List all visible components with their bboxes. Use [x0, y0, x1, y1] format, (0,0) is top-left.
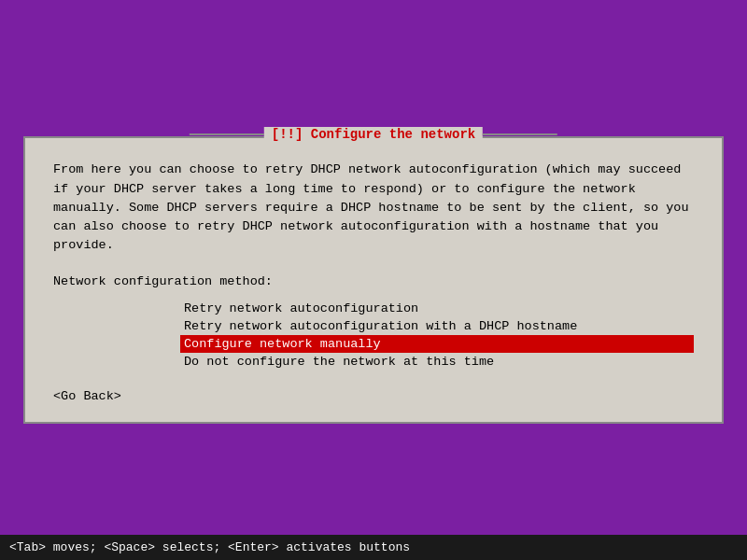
option-item-1[interactable]: Retry network autoconfiguration with a D… [184, 317, 694, 335]
title-line-right [483, 133, 557, 135]
description-text: From here you can choose to retry DHCP n… [53, 161, 694, 255]
go-back-button[interactable]: <Go Back> [53, 389, 694, 403]
status-bar-text: <Tab> moves; <Space> selects; <Enter> ac… [9, 540, 410, 554]
title-bar: [!!] Configure the network [180, 127, 567, 142]
option-item-0[interactable]: Retry network autoconfiguration [184, 300, 694, 317]
title-line-left [190, 133, 264, 135]
status-bar: <Tab> moves; <Space> selects; <Enter> ac… [0, 535, 747, 560]
options-list: Retry network autoconfigurationRetry net… [184, 300, 694, 371]
dialog-box: [!!] Configure the network From here you… [23, 136, 724, 423]
section-label: Network configuration method: [53, 274, 694, 288]
option-item-3[interactable]: Do not configure the network at this tim… [184, 353, 694, 371]
option-item-2[interactable]: Configure network manually [180, 335, 694, 353]
dialog-title: [!!] Configure the network [264, 127, 483, 142]
dialog-content: From here you can choose to retry DHCP n… [25, 138, 722, 421]
